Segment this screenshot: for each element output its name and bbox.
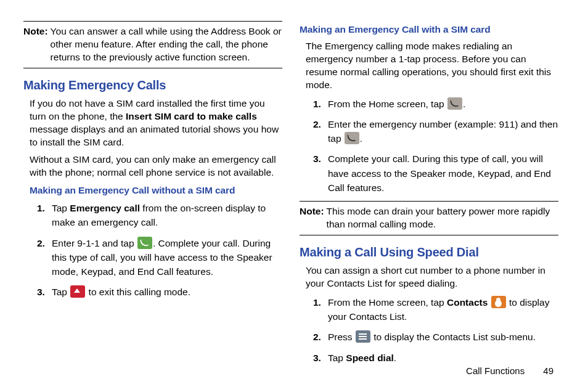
phone-icon	[447, 97, 462, 110]
text: to exit this calling mode.	[86, 287, 190, 297]
note-block: Note: This mode can drain your battery p…	[300, 205, 558, 231]
step-item: 3. Tap to exit this calling mode.	[37, 285, 282, 299]
note-label: Note:	[300, 205, 324, 231]
step-item: 2. Press to display the Contacts List su…	[313, 330, 558, 344]
call-icon	[137, 237, 152, 249]
page-number: 49	[543, 365, 553, 376]
rule	[23, 21, 282, 22]
text: Tap	[52, 203, 70, 213]
page-container: Note: You can answer a call while using …	[0, 0, 588, 392]
steps-list: 1. Tap Emergency call from the on-screen…	[23, 201, 282, 300]
contacts-icon	[491, 296, 506, 308]
text: message displays and an animated tutoria…	[30, 124, 279, 147]
step-number: 2.	[37, 236, 52, 279]
note-block: Note: You can answer a call while using …	[23, 25, 282, 64]
heading-speed-dial: Making a Call Using Speed Dial	[300, 244, 558, 261]
paragraph: The Emergency calling mode makes rediali…	[306, 40, 558, 92]
step-item: 3. Tap Speed dial.	[313, 351, 558, 365]
bold-text: Contacts	[447, 297, 488, 308]
step-item: 1. From the Home screen, tap Contacts to…	[313, 295, 558, 324]
text: Enter 9-1-1 and tap	[52, 238, 137, 248]
heading-with-sim: Making an Emergency Call with a SIM card	[300, 23, 558, 36]
body: The Emergency calling mode makes rediali…	[300, 40, 558, 92]
paragraph: If you do not have a SIM card installed …	[30, 97, 282, 149]
right-column: Making an Emergency Call with a SIM card…	[300, 18, 558, 380]
step-text: From the Home screen, tap Contacts to di…	[328, 295, 558, 324]
text: .	[394, 353, 396, 363]
step-number: 3.	[37, 285, 52, 299]
step-item: 3. Complete your call. During this type …	[313, 152, 558, 195]
step-text: Enter the emergency number (example: 911…	[328, 117, 558, 146]
phone-icon	[345, 132, 359, 144]
note-text: This mode can drain your battery power m…	[327, 205, 558, 231]
step-number: 2.	[313, 330, 328, 344]
text: From the Home screen, tap	[328, 297, 447, 308]
step-text: Tap Emergency call from the on-screen di…	[52, 201, 282, 230]
step-text: Complete your call. During this type of …	[328, 152, 558, 195]
step-text: Press to display the Contacts List sub-m…	[328, 330, 558, 344]
rule	[23, 68, 282, 68]
paragraph: You can assign a short cut number to a p…	[306, 264, 558, 290]
home-icon	[70, 285, 85, 298]
text: to display the Contacts List sub-menu.	[371, 332, 536, 342]
page-footer: Call Functions 49	[466, 365, 553, 376]
bold-text: Speed dial	[346, 353, 394, 363]
paragraph: Without a SIM card, you can only make an…	[30, 153, 282, 179]
note-label: Note:	[23, 25, 48, 64]
step-number: 1.	[313, 97, 328, 111]
step-text: Tap Speed dial.	[328, 351, 558, 365]
rule	[300, 201, 558, 202]
step-number: 2.	[313, 117, 328, 146]
note-text: You can answer a call while using the Ad…	[51, 25, 282, 64]
left-column: Note: You can answer a call while using …	[23, 18, 282, 380]
footer-section: Call Functions	[466, 365, 525, 376]
text: Tap	[52, 287, 70, 297]
step-text: Enter 9-1-1 and tap . Complete your call…	[52, 236, 282, 279]
heading-without-sim: Making an Emergency Call without a SIM c…	[23, 184, 282, 197]
step-item: 1. Tap Emergency call from the on-screen…	[37, 201, 282, 230]
heading-emergency-calls: Making Emergency Calls	[23, 77, 282, 94]
text: Press	[328, 332, 355, 342]
step-number: 3.	[313, 152, 328, 195]
menu-icon	[356, 330, 370, 343]
step-number: 3.	[313, 351, 328, 365]
body: You can assign a short cut number to a p…	[300, 264, 558, 290]
text: From the Home screen, tap	[328, 99, 447, 109]
step-number: 1.	[313, 295, 328, 324]
bold-text: Insert SIM card to make calls	[126, 111, 257, 121]
rule	[300, 235, 558, 235]
text: .	[360, 133, 362, 144]
step-text: From the Home screen, tap .	[328, 97, 558, 111]
text: .	[463, 99, 465, 109]
step-item: 2. Enter 9-1-1 and tap . Complete your c…	[37, 236, 282, 279]
steps-list: 1. From the Home screen, tap . 2. Enter …	[300, 97, 558, 195]
body: If you do not have a SIM card installed …	[23, 97, 282, 180]
steps-list: 1. From the Home screen, tap Contacts to…	[300, 295, 558, 365]
step-item: 2. Enter the emergency number (example: …	[313, 117, 558, 146]
step-text: Tap to exit this calling mode.	[52, 285, 282, 299]
step-item: 1. From the Home screen, tap .	[313, 97, 558, 111]
bold-text: Emergency call	[70, 203, 140, 213]
text: Tap	[328, 353, 346, 363]
step-number: 1.	[37, 201, 52, 230]
